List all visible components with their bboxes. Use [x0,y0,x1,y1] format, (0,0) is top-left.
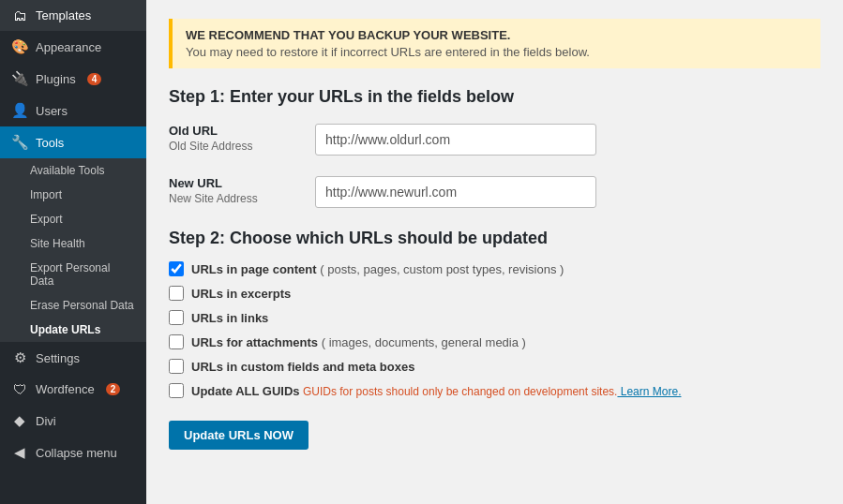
checkbox-row-guids: Update ALL GUIDs GUIDs for posts should … [169,383,820,398]
submenu-update-urls[interactable]: Update URLs [0,318,146,342]
checkboxes-container: URLs in page content ( posts, pages, cus… [169,261,820,398]
checkbox-label-guids: Update ALL GUIDs GUIDs for posts should … [191,384,681,398]
submenu-erase-personal-data[interactable]: Erase Personal Data [0,293,146,318]
checkbox-label-excerpts: URLs in excerpts [191,287,291,301]
sidebar-item-label: Settings [36,351,80,365]
checkbox-label-page-content: URLs in page content ( posts, pages, cus… [191,262,564,276]
new-url-row: New URL New Site Address [169,176,820,208]
sidebar-item-templates[interactable]: 🗂 Templates [0,0,146,31]
sidebar-item-label: Plugins [36,72,76,86]
checkbox-excerpts[interactable] [169,286,184,301]
sidebar-item-label: Collapse menu [36,446,117,460]
sidebar-item-label: Wordfence [36,382,95,396]
collapse-icon: ◀ [11,444,28,461]
sidebar-item-label: Divi [36,414,56,428]
checkbox-label-bold-attachments: URLs for attachments [191,335,318,349]
new-url-label-main: New URL [169,176,300,190]
sidebar-item-label: Appearance [36,40,101,54]
tools-submenu: Available Tools Import Export Site Healt… [0,158,146,342]
warning-text: You may need to restore it if incorrect … [186,45,807,59]
main-content: WE RECOMMEND THAT YOU BACKUP YOUR WEBSIT… [146,0,843,504]
warning-title: WE RECOMMEND THAT YOU BACKUP YOUR WEBSIT… [186,28,807,42]
checkbox-attachments[interactable] [169,334,184,349]
sidebar-item-tools[interactable]: 🔧 Tools [0,126,146,158]
sidebar-item-settings[interactable]: ⚙ Settings [0,342,146,374]
sidebar-item-collapse[interactable]: ◀ Collapse menu [0,437,146,468]
plugins-badge: 4 [87,73,102,85]
checkbox-row-excerpts: URLs in excerpts [169,286,820,301]
step1-title: Step 1: Enter your URLs in the fields be… [169,87,820,107]
warning-box: WE RECOMMEND THAT YOU BACKUP YOUR WEBSIT… [169,19,820,68]
sidebar-item-divi[interactable]: ◆ Divi [0,405,146,437]
sidebar: 🗂 Templates 🎨 Appearance 🔌 Plugins 4 👤 U… [0,0,146,504]
new-url-input[interactable] [315,176,596,208]
submenu-export[interactable]: Export [0,207,146,231]
submenu-export-personal-data[interactable]: Export Personal Data [0,256,146,293]
old-url-label-main: Old URL [169,124,300,138]
wordfence-badge: 2 [106,383,121,395]
templates-icon: 🗂 [11,7,28,23]
settings-icon: ⚙ [11,349,28,366]
old-url-label: Old URL Old Site Address [169,124,300,153]
sidebar-item-label: Tools [36,136,64,150]
new-url-label: New URL New Site Address [169,176,300,205]
wordfence-icon: 🛡 [11,381,28,397]
sidebar-item-label: Templates [36,8,91,22]
checkbox-label-bold-guids: Update ALL GUIDs [191,384,300,398]
submenu-available-tools[interactable]: Available Tools [0,158,146,183]
old-url-input[interactable] [315,124,596,156]
submenu-import[interactable]: Import [0,183,146,207]
checkbox-label-links: URLs in links [191,311,268,325]
checkbox-guids[interactable] [169,383,184,398]
sidebar-item-label: Users [36,104,68,118]
checkbox-label-attachments: URLs for attachments ( images, documents… [191,335,526,349]
step2-title: Step 2: Choose which URLs should be upda… [169,229,820,248]
sidebar-item-users[interactable]: 👤 Users [0,95,146,126]
learn-more-link[interactable]: Learn More. [617,385,681,398]
divi-icon: ◆ [11,412,28,429]
checkbox-custom-fields[interactable] [169,359,184,374]
checkbox-label-bold-custom-fields: URLs in custom fields and meta boxes [191,360,414,374]
checkbox-row-links: URLs in links [169,310,820,325]
checkbox-label-bold-excerpts: URLs in excerpts [191,287,291,301]
checkbox-row-page-content: URLs in page content ( posts, pages, cus… [169,261,820,276]
plugins-icon: 🔌 [11,70,28,87]
checkbox-row-attachments: URLs for attachments ( images, documents… [169,334,820,349]
checkbox-label-bold-page-content: URLs in page content [191,262,317,276]
guid-note: GUIDs for posts should only be changed o… [300,385,618,398]
checkbox-row-custom-fields: URLs in custom fields and meta boxes [169,359,820,374]
appearance-icon: 🎨 [11,38,28,55]
update-urls-button[interactable]: Update URLs NOW [169,421,309,450]
sidebar-item-plugins[interactable]: 🔌 Plugins 4 [0,63,146,95]
new-url-label-sub: New Site Address [169,192,300,205]
checkbox-label-custom-fields: URLs in custom fields and meta boxes [191,360,414,374]
checkbox-label-note-page-content: ( posts, pages, custom post types, revis… [317,262,565,276]
tools-icon: 🔧 [11,134,28,151]
sidebar-item-wordfence[interactable]: 🛡 Wordfence 2 [0,374,146,405]
old-url-row: Old URL Old Site Address [169,124,820,156]
old-url-label-sub: Old Site Address [169,140,300,153]
users-icon: 👤 [11,102,28,119]
checkbox-page-content[interactable] [169,261,184,276]
checkbox-label-note-attachments: ( images, documents, general media ) [318,335,526,349]
checkbox-links[interactable] [169,310,184,325]
submenu-site-health[interactable]: Site Health [0,231,146,256]
checkbox-label-bold-links: URLs in links [191,311,268,325]
sidebar-item-appearance[interactable]: 🎨 Appearance [0,31,146,63]
